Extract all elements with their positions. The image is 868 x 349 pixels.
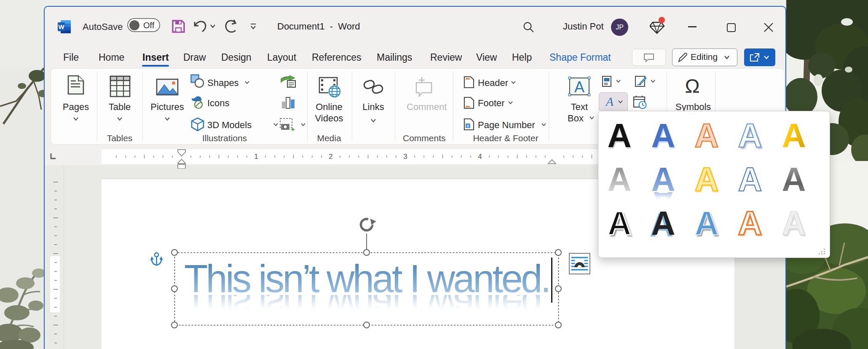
svg-text:2: 2 xyxy=(329,153,332,161)
svg-text:1: 1 xyxy=(254,153,258,161)
svg-text:#: # xyxy=(466,123,469,129)
svg-text:A: A xyxy=(574,78,584,96)
svg-text:W: W xyxy=(58,23,64,30)
svg-text:3: 3 xyxy=(403,153,407,161)
svg-text:A: A xyxy=(605,95,614,108)
svg-text:4: 4 xyxy=(478,153,482,161)
